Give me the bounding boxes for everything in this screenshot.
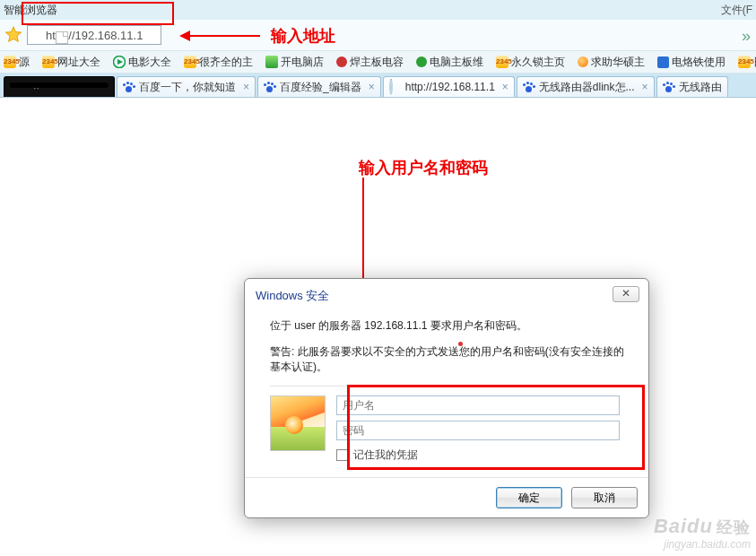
bookmark-item[interactable]: 电脑主板维 xyxy=(416,55,483,70)
loading-spinner-icon xyxy=(389,79,393,95)
browser-tab[interactable]: 百度一下，你就知道× xyxy=(117,76,256,97)
bookmark-label: 焊主板电容 xyxy=(350,55,404,70)
bookmark-item[interactable]: 2345源 xyxy=(4,55,30,70)
site-2345-icon: 2345 xyxy=(496,56,508,68)
dot-icon xyxy=(458,342,463,346)
dialog-message: 位于 user 的服务器 192.168.11.1 要求用户名和密码。 xyxy=(270,318,632,334)
bookmark-label: 源 xyxy=(19,55,30,70)
watermark-brand-cn: 经验 xyxy=(717,518,751,536)
bookmark-label: 很齐全的主 xyxy=(199,55,253,70)
bookmarks-expand-icon[interactable]: » xyxy=(742,27,751,46)
site-2345-icon: 2345 xyxy=(42,56,55,68)
browser-tab[interactable]: 无线路由 xyxy=(656,76,728,97)
play-icon xyxy=(113,56,126,68)
bookmark-label: 永久锁主页 xyxy=(511,55,565,70)
favorite-star-icon[interactable] xyxy=(4,25,23,45)
bookmark-item[interactable]: 开电脑店 xyxy=(265,55,324,70)
bookmark-label: 网址大全 xyxy=(57,55,100,70)
red-dot-icon xyxy=(336,56,347,67)
browser-titlebar: 智能浏览器 文件(F xyxy=(0,0,756,20)
tab-close-icon[interactable]: × xyxy=(369,81,375,93)
annotation-credentials-text: 输入用户名和密码 xyxy=(359,157,488,178)
page-icon xyxy=(56,31,68,44)
annotation-address-text: 输入地址 xyxy=(271,25,335,47)
tab-title: 无线路由器dlink怎... xyxy=(539,80,635,95)
remember-row[interactable]: 记住我的凭据 xyxy=(336,447,620,463)
bookmark-item[interactable]: 2345永久锁主页 xyxy=(496,55,565,70)
ok-button[interactable]: 确定 xyxy=(496,487,562,508)
auth-dialog: ✕ Windows 安全 位于 user 的服务器 192.168.11.1 要… xyxy=(244,278,649,518)
user-avatar-icon xyxy=(270,395,326,451)
dialog-warning: 警告: 此服务器要求以不安全的方式发送您的用户名和密码(没有安全连接的基本认证)… xyxy=(270,344,632,375)
bookmark-label: 开电脑店 xyxy=(281,55,324,70)
bookmark-item[interactable]: 电影大全 xyxy=(113,55,171,70)
dialog-title: Windows 安全 xyxy=(245,279,648,309)
tab-strip: ×百度一下，你就知道×百度经验_编辑器×http://192.168.11.1×… xyxy=(0,74,756,97)
stack-icon xyxy=(265,56,278,68)
remember-checkbox[interactable] xyxy=(336,449,348,461)
dialog-button-row: 确定 取消 xyxy=(245,477,648,517)
tab-close-icon[interactable]: × xyxy=(642,81,648,93)
cancel-button[interactable]: 取消 xyxy=(571,487,638,508)
orange-dot-icon xyxy=(578,56,588,67)
watermark-url: jingyan.baidu.com xyxy=(654,538,751,551)
site-2345-icon: 2345 xyxy=(184,56,196,68)
tab-title: 百度一下，你就知道 xyxy=(139,80,236,95)
tab-close-icon[interactable]: × xyxy=(243,81,249,93)
credentials-area: 记住我的凭据 xyxy=(270,386,632,466)
password-input[interactable] xyxy=(336,421,620,440)
watermark-brand: Baidu xyxy=(654,515,713,537)
bookmark-item[interactable]: 电烙铁使用 xyxy=(657,55,726,70)
bookmark-item[interactable]: 2345很齐全的主 xyxy=(184,55,253,70)
browser-tab[interactable]: http://192.168.11.1× xyxy=(383,76,515,97)
blue-square-icon xyxy=(657,56,669,68)
browser-tab[interactable]: 百度经验_编辑器× xyxy=(257,76,381,97)
menu-file[interactable]: 文件(F xyxy=(721,0,752,20)
annotation-address: 输入地址 xyxy=(179,25,335,47)
bookmark-label: 电影大全 xyxy=(128,55,171,70)
bookmark-item[interactable]: 2345日积 xyxy=(738,55,756,70)
watermark: Baidu经验 jingyan.baidu.com xyxy=(654,515,751,551)
dialog-close-button[interactable]: ✕ xyxy=(613,286,639,302)
bookmarks-bar: 2345源2345网址大全电影大全2345很齐全的主开电脑店焊主板电容电脑主板维… xyxy=(0,50,756,74)
tab-close-icon[interactable]: × xyxy=(33,81,39,93)
tab-title: http://192.168.11.1 xyxy=(405,81,495,93)
tab-close-icon[interactable]: × xyxy=(502,81,508,93)
address-input[interactable] xyxy=(27,25,161,45)
tab-title: 百度经验_编辑器 xyxy=(280,80,361,95)
bookmark-item[interactable]: 求助华硕主 xyxy=(578,55,645,70)
bookmark-item[interactable]: 2345网址大全 xyxy=(42,55,100,70)
remember-label: 记住我的凭据 xyxy=(353,447,418,463)
bookmark-label: 求助华硕主 xyxy=(591,55,645,70)
arrow-line-icon xyxy=(188,35,260,37)
bookmark-item[interactable]: 焊主板电容 xyxy=(336,55,404,70)
address-bar-row xyxy=(0,20,756,50)
site-2345-icon: 2345 xyxy=(4,56,16,68)
browser-title: 智能浏览器 xyxy=(4,4,57,16)
site-2345-icon: 2345 xyxy=(738,56,751,68)
green-dot-icon xyxy=(416,56,427,67)
username-input[interactable] xyxy=(336,395,620,415)
browser-tab[interactable]: × xyxy=(4,76,115,97)
browser-tab[interactable]: 无线路由器dlink怎...× xyxy=(517,76,655,97)
tab-title: 无线路由 xyxy=(679,80,722,95)
bookmark-label: 电烙铁使用 xyxy=(672,55,726,70)
tabstrip-divider xyxy=(0,97,756,98)
bookmark-label: 电脑主板维 xyxy=(430,55,483,70)
